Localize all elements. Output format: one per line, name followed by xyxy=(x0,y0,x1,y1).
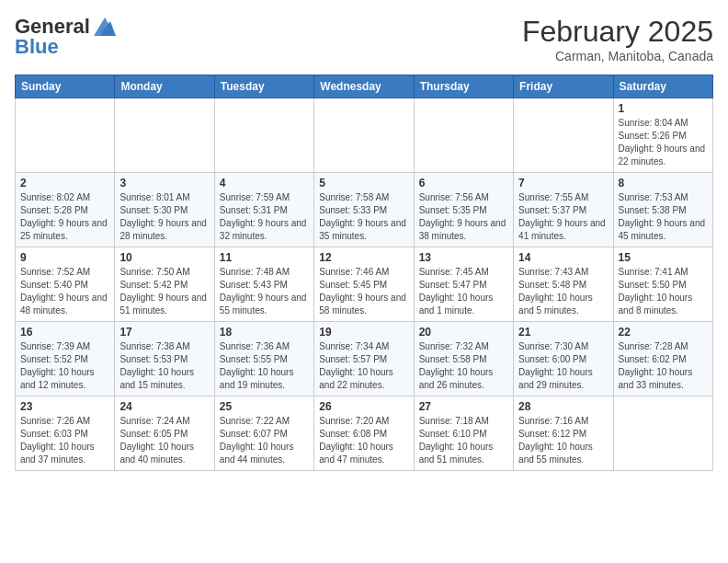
day-number: 28 xyxy=(518,400,608,413)
day-number: 11 xyxy=(220,251,309,264)
day-number: 18 xyxy=(220,326,309,339)
day-cell xyxy=(514,98,613,173)
weekday-header-row: SundayMondayTuesdayWednesdayThursdayFrid… xyxy=(16,75,713,98)
day-cell: 2Sunrise: 8:02 AM Sunset: 5:28 PM Daylig… xyxy=(16,173,115,247)
day-number: 6 xyxy=(419,177,508,190)
day-number: 7 xyxy=(518,177,608,190)
day-info: Sunrise: 8:01 AM Sunset: 5:30 PM Dayligh… xyxy=(119,191,209,243)
day-number: 14 xyxy=(518,251,608,264)
day-number: 16 xyxy=(20,326,109,339)
day-info: Sunrise: 7:56 AM Sunset: 5:35 PM Dayligh… xyxy=(419,191,508,243)
day-info: Sunrise: 8:04 AM Sunset: 5:26 PM Dayligh… xyxy=(619,117,708,168)
day-info: Sunrise: 7:39 AM Sunset: 5:52 PM Dayligh… xyxy=(20,340,109,392)
day-number: 22 xyxy=(619,326,708,339)
day-cell: 19Sunrise: 7:34 AM Sunset: 5:57 PM Dayli… xyxy=(314,322,414,396)
day-cell: 12Sunrise: 7:46 AM Sunset: 5:45 PM Dayli… xyxy=(314,247,414,322)
day-number: 3 xyxy=(119,177,209,190)
day-cell: 11Sunrise: 7:48 AM Sunset: 5:43 PM Dayli… xyxy=(214,247,313,322)
day-cell xyxy=(314,98,414,173)
day-number: 10 xyxy=(119,251,209,264)
day-cell xyxy=(414,98,513,173)
weekday-wednesday: Wednesday xyxy=(314,75,414,98)
day-info: Sunrise: 7:22 AM Sunset: 6:07 PM Dayligh… xyxy=(220,415,309,466)
day-number: 4 xyxy=(220,177,309,190)
day-number: 23 xyxy=(20,400,109,413)
logo: General Blue xyxy=(15,15,116,59)
day-number: 27 xyxy=(419,400,508,413)
week-row-2: 9Sunrise: 7:52 AM Sunset: 5:40 PM Daylig… xyxy=(16,247,713,322)
day-number: 1 xyxy=(619,102,708,115)
day-info: Sunrise: 7:59 AM Sunset: 5:31 PM Dayligh… xyxy=(220,191,309,243)
day-cell: 1Sunrise: 8:04 AM Sunset: 5:26 PM Daylig… xyxy=(613,98,712,173)
day-number: 12 xyxy=(319,251,408,264)
day-number: 17 xyxy=(119,326,209,339)
day-info: Sunrise: 7:24 AM Sunset: 6:05 PM Dayligh… xyxy=(119,415,209,466)
logo-blue: Blue xyxy=(15,35,59,59)
day-info: Sunrise: 7:43 AM Sunset: 5:48 PM Dayligh… xyxy=(518,266,608,317)
week-row-1: 2Sunrise: 8:02 AM Sunset: 5:28 PM Daylig… xyxy=(16,173,713,247)
day-number: 15 xyxy=(619,251,708,264)
day-cell xyxy=(214,98,313,173)
day-info: Sunrise: 7:20 AM Sunset: 6:08 PM Dayligh… xyxy=(319,415,408,466)
day-number: 5 xyxy=(319,177,408,190)
day-cell: 25Sunrise: 7:22 AM Sunset: 6:07 PM Dayli… xyxy=(214,396,313,471)
day-number: 26 xyxy=(319,400,408,413)
day-cell: 24Sunrise: 7:24 AM Sunset: 6:05 PM Dayli… xyxy=(115,396,214,471)
day-info: Sunrise: 7:45 AM Sunset: 5:47 PM Dayligh… xyxy=(419,266,508,317)
day-cell: 8Sunrise: 7:53 AM Sunset: 5:38 PM Daylig… xyxy=(613,173,712,247)
day-cell: 18Sunrise: 7:36 AM Sunset: 5:55 PM Dayli… xyxy=(214,322,313,396)
day-info: Sunrise: 7:18 AM Sunset: 6:10 PM Dayligh… xyxy=(419,415,508,466)
day-cell xyxy=(115,98,214,173)
day-cell: 28Sunrise: 7:16 AM Sunset: 6:12 PM Dayli… xyxy=(514,396,613,471)
day-cell: 7Sunrise: 7:55 AM Sunset: 5:37 PM Daylig… xyxy=(514,173,613,247)
weekday-saturday: Saturday xyxy=(613,75,712,98)
day-info: Sunrise: 7:30 AM Sunset: 6:00 PM Dayligh… xyxy=(518,340,608,392)
day-cell: 21Sunrise: 7:30 AM Sunset: 6:00 PM Dayli… xyxy=(514,322,613,396)
day-info: Sunrise: 7:28 AM Sunset: 6:02 PM Dayligh… xyxy=(619,340,708,392)
day-cell: 13Sunrise: 7:45 AM Sunset: 5:47 PM Dayli… xyxy=(414,247,513,322)
page-header: General Blue February 2025 Carman, Manit… xyxy=(15,15,713,63)
day-info: Sunrise: 7:58 AM Sunset: 5:33 PM Dayligh… xyxy=(319,191,408,243)
day-cell: 9Sunrise: 7:52 AM Sunset: 5:40 PM Daylig… xyxy=(16,247,115,322)
day-cell: 16Sunrise: 7:39 AM Sunset: 5:52 PM Dayli… xyxy=(16,322,115,396)
day-cell: 26Sunrise: 7:20 AM Sunset: 6:08 PM Dayli… xyxy=(314,396,414,471)
day-cell: 20Sunrise: 7:32 AM Sunset: 5:58 PM Dayli… xyxy=(414,322,513,396)
week-row-0: 1Sunrise: 8:04 AM Sunset: 5:26 PM Daylig… xyxy=(16,98,713,173)
day-info: Sunrise: 7:32 AM Sunset: 5:58 PM Dayligh… xyxy=(419,340,508,392)
calendar-title: February 2025 xyxy=(522,15,713,49)
weekday-thursday: Thursday xyxy=(414,75,513,98)
day-cell: 17Sunrise: 7:38 AM Sunset: 5:53 PM Dayli… xyxy=(115,322,214,396)
day-info: Sunrise: 7:41 AM Sunset: 5:50 PM Dayligh… xyxy=(619,266,708,317)
weekday-tuesday: Tuesday xyxy=(214,75,313,98)
day-info: Sunrise: 7:46 AM Sunset: 5:45 PM Dayligh… xyxy=(319,266,408,317)
week-row-4: 23Sunrise: 7:26 AM Sunset: 6:03 PM Dayli… xyxy=(16,396,713,471)
day-cell: 10Sunrise: 7:50 AM Sunset: 5:42 PM Dayli… xyxy=(115,247,214,322)
day-number: 21 xyxy=(518,326,608,339)
week-row-3: 16Sunrise: 7:39 AM Sunset: 5:52 PM Dayli… xyxy=(16,322,713,396)
day-info: Sunrise: 7:34 AM Sunset: 5:57 PM Dayligh… xyxy=(319,340,408,392)
day-cell: 5Sunrise: 7:58 AM Sunset: 5:33 PM Daylig… xyxy=(314,173,414,247)
day-cell: 4Sunrise: 7:59 AM Sunset: 5:31 PM Daylig… xyxy=(214,173,313,247)
day-info: Sunrise: 7:53 AM Sunset: 5:38 PM Dayligh… xyxy=(619,191,708,243)
day-number: 9 xyxy=(20,251,109,264)
title-block: February 2025 Carman, Manitoba, Canada xyxy=(522,15,713,63)
day-info: Sunrise: 8:02 AM Sunset: 5:28 PM Dayligh… xyxy=(20,191,109,243)
day-info: Sunrise: 7:36 AM Sunset: 5:55 PM Dayligh… xyxy=(220,340,309,392)
day-cell: 15Sunrise: 7:41 AM Sunset: 5:50 PM Dayli… xyxy=(613,247,712,322)
day-cell: 14Sunrise: 7:43 AM Sunset: 5:48 PM Dayli… xyxy=(514,247,613,322)
day-info: Sunrise: 7:55 AM Sunset: 5:37 PM Dayligh… xyxy=(518,191,608,243)
day-info: Sunrise: 7:50 AM Sunset: 5:42 PM Dayligh… xyxy=(119,266,209,317)
day-number: 19 xyxy=(319,326,408,339)
day-number: 24 xyxy=(119,400,209,413)
weekday-friday: Friday xyxy=(514,75,613,98)
day-cell: 27Sunrise: 7:18 AM Sunset: 6:10 PM Dayli… xyxy=(414,396,513,471)
day-number: 25 xyxy=(220,400,309,413)
day-cell: 22Sunrise: 7:28 AM Sunset: 6:02 PM Dayli… xyxy=(613,322,712,396)
logo-icon xyxy=(94,17,116,36)
day-number: 8 xyxy=(619,177,708,190)
calendar-body: 1Sunrise: 8:04 AM Sunset: 5:26 PM Daylig… xyxy=(16,98,713,471)
day-info: Sunrise: 7:48 AM Sunset: 5:43 PM Dayligh… xyxy=(220,266,309,317)
day-cell xyxy=(613,396,712,471)
day-info: Sunrise: 7:52 AM Sunset: 5:40 PM Dayligh… xyxy=(20,266,109,317)
day-info: Sunrise: 7:16 AM Sunset: 6:12 PM Dayligh… xyxy=(518,415,608,466)
